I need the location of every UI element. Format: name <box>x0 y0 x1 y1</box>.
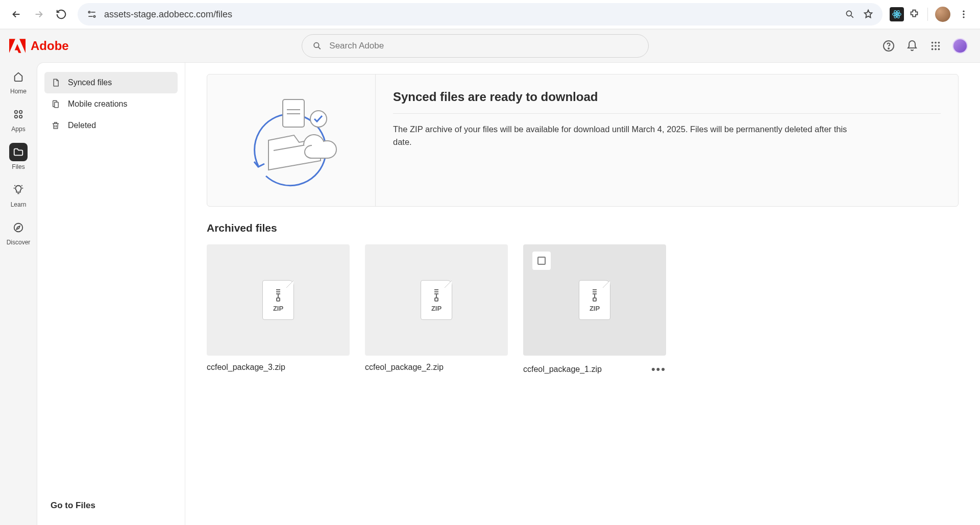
zip-type-label: ZIP <box>273 305 283 312</box>
svg-point-19 <box>932 48 934 51</box>
section-title: Archived files <box>207 222 959 234</box>
rail-label: Apps <box>11 126 25 133</box>
file-icon <box>51 78 60 87</box>
svg-point-21 <box>938 48 940 51</box>
svg-point-24 <box>15 115 18 118</box>
help-icon[interactable] <box>882 39 895 53</box>
svg-point-25 <box>19 115 22 118</box>
file-name: ccfeol_package_2.zip <box>365 363 444 372</box>
svg-point-22 <box>15 111 18 114</box>
banner-title: Synced files are ready to download <box>393 90 941 114</box>
folder-icon <box>13 146 24 158</box>
zip-type-label: ZIP <box>590 305 600 312</box>
svg-point-9 <box>963 16 964 18</box>
file-more-button[interactable]: ••• <box>651 363 666 376</box>
svg-rect-32 <box>435 298 438 301</box>
rail-item-discover[interactable]: Discover <box>7 218 31 246</box>
sidebar-item-label: Mobile creations <box>68 99 128 109</box>
download-banner: Synced files are ready to download The Z… <box>207 74 959 207</box>
content: Synced files are ready to download The Z… <box>185 63 980 525</box>
svg-point-18 <box>938 45 940 47</box>
svg-point-20 <box>935 48 937 51</box>
svg-point-13 <box>932 42 934 44</box>
react-devtools-icon[interactable] <box>890 7 904 21</box>
divider <box>927 8 928 21</box>
svg-rect-31 <box>277 298 280 301</box>
svg-point-2 <box>846 11 851 16</box>
sync-files-illustration-icon <box>238 89 345 191</box>
trash-icon <box>51 121 60 130</box>
zoom-icon[interactable] <box>844 8 856 20</box>
kebab-icon <box>959 9 969 19</box>
svg-point-3 <box>896 13 897 15</box>
user-avatar[interactable] <box>952 38 968 54</box>
svg-rect-28 <box>55 102 59 108</box>
svg-point-1 <box>93 16 95 17</box>
svg-point-23 <box>19 111 22 114</box>
sidebar: Synced files Mobile creations Deleted Go… <box>37 63 185 525</box>
app-switcher-icon[interactable] <box>929 39 942 53</box>
browser-profile-avatar[interactable] <box>935 7 950 22</box>
svg-point-16 <box>932 45 934 47</box>
app-header: Adobe <box>0 30 980 62</box>
svg-point-14 <box>935 42 937 44</box>
sidebar-item-synced-files[interactable]: Synced files <box>44 72 178 93</box>
browser-reload-button[interactable] <box>52 5 70 23</box>
bookmark-star-icon[interactable] <box>862 8 874 20</box>
file-grid: ZIP ccfeol_package_3.zip ZIP <box>207 244 959 376</box>
file-name: ccfeol_package_1.zip <box>523 365 602 374</box>
rail-label: Learn <box>11 201 27 208</box>
svg-rect-33 <box>593 298 596 301</box>
go-to-files-link[interactable]: Go to Files <box>51 501 95 510</box>
site-settings-icon[interactable] <box>86 8 98 20</box>
zip-file-icon: ZIP <box>579 280 610 320</box>
file-card: ZIP ccfeol_package_3.zip <box>207 244 350 376</box>
browser-forward-button[interactable] <box>30 5 48 23</box>
banner-description: The ZIP archive of your files will be av… <box>393 114 852 148</box>
rail-item-apps[interactable]: Apps <box>9 105 28 133</box>
svg-point-26 <box>14 223 23 232</box>
left-rail: Home Apps Files Learn Discover <box>0 62 37 525</box>
rail-label: Discover <box>7 239 31 246</box>
browser-menu-button[interactable] <box>954 5 973 23</box>
url-bar[interactable]: assets-stage.adobecc.com/files <box>78 3 883 26</box>
compass-icon <box>13 222 24 233</box>
sidebar-footer: Go to Files <box>44 495 178 516</box>
header-actions <box>882 38 971 54</box>
file-card: ZIP ccfeol_package_1.zip ••• <box>523 244 666 376</box>
search-input[interactable] <box>329 41 638 51</box>
adobe-logo[interactable]: Adobe <box>9 39 69 53</box>
browser-chrome: assets-stage.adobecc.com/files <box>0 0 980 30</box>
svg-point-17 <box>935 45 937 47</box>
notifications-icon[interactable] <box>905 39 919 53</box>
home-icon <box>13 71 24 82</box>
file-select-checkbox[interactable] <box>532 252 551 270</box>
rail-label: Home <box>10 88 27 95</box>
file-name: ccfeol_package_3.zip <box>207 363 285 372</box>
rail-item-learn[interactable]: Learn <box>9 181 28 208</box>
browser-back-button[interactable] <box>7 5 26 23</box>
svg-point-15 <box>938 42 940 44</box>
sidebar-item-deleted[interactable]: Deleted <box>44 115 178 136</box>
svg-point-12 <box>888 48 889 49</box>
file-thumbnail[interactable]: ZIP <box>523 244 666 356</box>
apps-icon <box>13 109 24 120</box>
file-thumbnail[interactable]: ZIP <box>365 244 508 356</box>
sidebar-item-mobile-creations[interactable]: Mobile creations <box>44 93 178 115</box>
svg-point-7 <box>963 11 964 12</box>
sidebar-item-label: Deleted <box>68 121 96 130</box>
search-bar[interactable] <box>302 34 649 58</box>
svg-point-8 <box>963 13 964 15</box>
sidebar-item-label: Synced files <box>68 78 112 87</box>
url-text: assets-stage.adobecc.com/files <box>104 9 838 20</box>
rail-item-files[interactable]: Files <box>9 143 28 170</box>
extensions-icon[interactable] <box>908 8 920 20</box>
mobile-icon <box>51 99 60 109</box>
file-thumbnail[interactable]: ZIP <box>207 244 350 356</box>
rail-label: Files <box>12 163 24 170</box>
rail-item-home[interactable]: Home <box>9 67 28 95</box>
arrow-right-icon <box>33 9 44 20</box>
adobe-logo-icon <box>9 39 26 53</box>
file-card: ZIP ccfeol_package_2.zip <box>365 244 508 376</box>
app-body: Home Apps Files Learn Discover Synced fi… <box>0 62 980 525</box>
